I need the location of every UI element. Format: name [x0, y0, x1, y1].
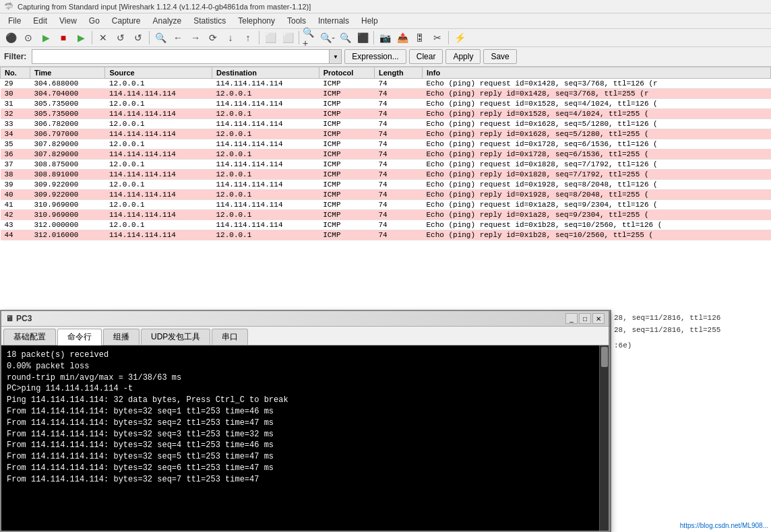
toolbar-find[interactable]: 🔍	[152, 30, 168, 45]
table-row[interactable]: 30 304.704000 114.114.114.114 12.0.0.1 I…	[1, 89, 771, 99]
cell-len: 74	[374, 119, 422, 129]
table-row[interactable]: 35 307.829000 12.0.0.1 114.114.114.114 I…	[1, 139, 771, 149]
toolbar-resize[interactable]: ⬛	[354, 30, 371, 45]
table-row[interactable]: 40 309.922000 114.114.114.114 12.0.0.1 I…	[1, 190, 771, 200]
pc3-window: 🖥 PC3 _ □ ✕ 基础配置 命令行 组播 UDP发包工具 串口 18 pa…	[0, 310, 610, 532]
col-dst: Destination	[212, 67, 319, 79]
tab-udp-tool[interactable]: UDP发包工具	[141, 329, 210, 345]
cell-proto: ICMP	[319, 170, 374, 180]
filter-input[interactable]	[32, 49, 330, 64]
terminal-line: PC>ping 114.114.114.114 -t	[7, 383, 594, 395]
toolbar-reload[interactable]: ↺	[113, 30, 129, 45]
toolbar-expert[interactable]: ⚡	[452, 30, 468, 45]
toolbar-first[interactable]: ↓	[222, 30, 239, 45]
toolbar-autoscroll[interactable]: ⬜	[280, 30, 296, 45]
cell-time: 307.829000	[30, 139, 104, 149]
close-button[interactable]: ✕	[592, 313, 605, 324]
table-row[interactable]: 39 309.922000 12.0.0.1 114.114.114.114 I…	[1, 180, 771, 190]
menu-internals[interactable]: Internals	[313, 15, 354, 27]
cell-no: 38	[1, 170, 30, 180]
menu-tools[interactable]: Tools	[282, 15, 311, 27]
table-row[interactable]: 33 306.782000 12.0.0.1 114.114.114.114 I…	[1, 119, 771, 129]
menu-view[interactable]: View	[54, 15, 82, 27]
toolbar-zoom-in[interactable]: 🔍+	[302, 30, 318, 45]
save-button[interactable]: Save	[483, 49, 516, 64]
tab-multicast[interactable]: 组播	[103, 329, 140, 345]
cell-info: Echo (ping) request id=0x1b28, seq=10/25…	[422, 220, 770, 230]
menu-bar: File Edit View Go Capture Analyze Statis…	[0, 13, 771, 29]
table-row[interactable]: 31 305.735000 12.0.0.1 114.114.114.114 I…	[1, 99, 771, 109]
cell-no: 39	[1, 180, 30, 190]
cell-proto: ICMP	[319, 190, 374, 200]
tab-command-line[interactable]: 命令行	[57, 329, 102, 345]
cell-info: Echo (ping) request id=0x1728, seq=6/153…	[422, 139, 770, 149]
toolbar-capture-filters[interactable]: 📷	[377, 30, 393, 45]
cell-src: 114.114.114.114	[105, 109, 212, 119]
table-row[interactable]: 37 308.875000 12.0.0.1 114.114.114.114 I…	[1, 160, 771, 170]
toolbar-close[interactable]: ✕	[95, 30, 111, 45]
cell-src: 12.0.0.1	[105, 79, 212, 89]
toolbar-sep-5	[373, 31, 374, 44]
toolbar-zoom-out[interactable]: 🔍-	[319, 30, 336, 45]
menu-go[interactable]: Go	[84, 15, 105, 27]
cell-dst: 114.114.114.114	[212, 180, 319, 190]
toolbar-colorize[interactable]: ⬜	[262, 30, 278, 45]
cell-time: 305.735000	[30, 99, 104, 109]
maximize-button[interactable]: □	[579, 313, 591, 324]
apply-button[interactable]: Apply	[445, 49, 481, 64]
toolbar-back[interactable]: ←	[170, 30, 186, 45]
table-row[interactable]: 29 304.688000 12.0.0.1 114.114.114.114 I…	[1, 79, 771, 89]
menu-telephony[interactable]: Telephony	[233, 15, 280, 27]
cell-info: Echo (ping) request id=0x1428, seq=3/768…	[422, 79, 770, 89]
menu-file[interactable]: File	[3, 15, 26, 27]
table-row[interactable]: 43 312.000000 12.0.0.1 114.114.114.114 I…	[1, 220, 771, 230]
filter-bar: Filter: ▼ Expression... Clear Apply Save	[0, 47, 771, 67]
terminal[interactable]: 18 packet(s) received0.00% packet lossro…	[1, 345, 599, 531]
toolbar-prefs[interactable]: ✂	[429, 30, 445, 45]
toolbar-start[interactable]: ▶	[38, 30, 54, 45]
terminal-line: From 114.114.114.114: bytes=32 seq=5 ttl…	[7, 451, 594, 463]
menu-statistics[interactable]: Statistics	[188, 15, 231, 27]
cell-len: 74	[374, 99, 422, 109]
toolbar-reload2[interactable]: ↺	[130, 30, 146, 45]
table-row[interactable]: 41 310.969000 12.0.0.1 114.114.114.114 I…	[1, 200, 771, 210]
scrollbar-thumb[interactable]	[601, 347, 608, 367]
toolbar-options[interactable]: ⊙	[20, 30, 36, 45]
menu-edit[interactable]: Edit	[28, 15, 53, 27]
table-row[interactable]: 32 305.735000 114.114.114.114 12.0.0.1 I…	[1, 109, 771, 119]
toolbar-last[interactable]: ↑	[240, 30, 256, 45]
filter-dropdown-btn[interactable]: ▼	[330, 49, 342, 64]
terminal-wrap: 18 packet(s) received0.00% packet lossro…	[1, 345, 609, 531]
expression-button[interactable]: Expression...	[344, 49, 406, 64]
toolbar-display-filters[interactable]: 📤	[394, 30, 410, 45]
toolbar-colorize-rules[interactable]: 🎛	[412, 30, 428, 45]
toolbar-forward[interactable]: →	[187, 30, 204, 45]
toolbar-stop[interactable]: ■	[55, 30, 71, 45]
col-src: Source	[105, 67, 212, 79]
toolbar-zoom-reset[interactable]: 🔍	[337, 30, 353, 45]
table-row[interactable]: 44 312.016000 114.114.114.114 12.0.0.1 I…	[1, 230, 771, 240]
cell-src: 12.0.0.1	[105, 139, 212, 149]
menu-help[interactable]: Help	[356, 15, 383, 27]
cell-src: 12.0.0.1	[105, 200, 212, 210]
toolbar-goto[interactable]: ⟳	[205, 30, 221, 45]
menu-analyze[interactable]: Analyze	[148, 15, 187, 27]
terminal-scrollbar[interactable]	[599, 345, 609, 531]
table-row[interactable]: 42 310.969000 114.114.114.114 12.0.0.1 I…	[1, 210, 771, 220]
toolbar-interfaces[interactable]: ⚫	[3, 30, 19, 45]
table-row[interactable]: 36 307.829000 114.114.114.114 12.0.0.1 I…	[1, 149, 771, 160]
tab-serial[interactable]: 串口	[212, 329, 248, 345]
cell-proto: ICMP	[319, 230, 374, 240]
menu-capture[interactable]: Capture	[106, 15, 146, 27]
cell-len: 74	[374, 210, 422, 220]
cell-proto: ICMP	[319, 109, 374, 119]
clear-button[interactable]: Clear	[409, 49, 443, 64]
cell-src: 114.114.114.114	[105, 170, 212, 180]
tab-basic-config[interactable]: 基础配置	[3, 329, 56, 345]
toolbar-restart[interactable]: ▶	[73, 30, 89, 45]
terminal-partial-line: From 114.114.114.114: bytes=32 seq=7 ttl…	[7, 474, 594, 486]
cell-dst: 114.114.114.114	[212, 220, 319, 230]
table-row[interactable]: 38 308.891000 114.114.114.114 12.0.0.1 I…	[1, 170, 771, 180]
minimize-button[interactable]: _	[565, 313, 578, 324]
table-row[interactable]: 34 306.797000 114.114.114.114 12.0.0.1 I…	[1, 129, 771, 139]
